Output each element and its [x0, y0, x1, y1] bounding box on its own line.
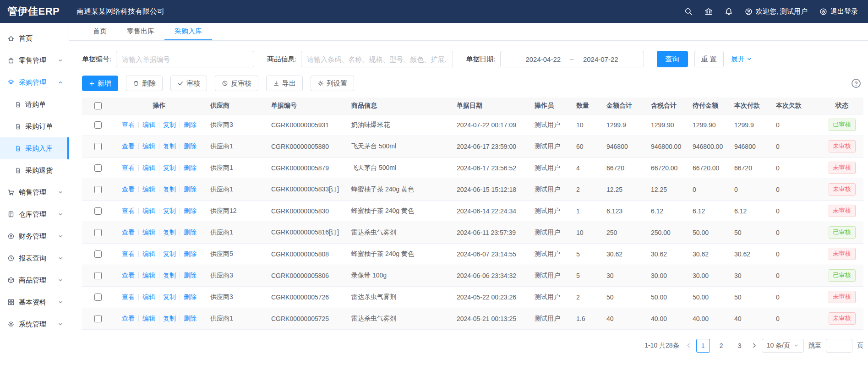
tab-retail-outbound[interactable]: 零售出库 [117, 23, 164, 40]
view-link[interactable]: 查看 [122, 293, 135, 300]
tab-home[interactable]: 首页 [83, 23, 117, 40]
expand-link[interactable]: 展开 [731, 55, 752, 64]
doc-no-input[interactable] [116, 51, 254, 67]
copy-link[interactable]: 复制 [163, 121, 176, 128]
row-checkbox[interactable] [94, 143, 102, 150]
edit-link[interactable]: 编辑 [142, 207, 155, 214]
view-link[interactable]: 查看 [122, 315, 135, 322]
copy-link[interactable]: 复制 [163, 250, 176, 257]
copy-link[interactable]: 复制 [163, 164, 176, 171]
row-checkbox[interactable] [94, 164, 102, 172]
row-checkbox[interactable] [94, 250, 102, 258]
copy-link[interactable]: 复制 [163, 315, 176, 322]
sidebar-item-warehouse[interactable]: 仓库管理 [0, 203, 69, 225]
view-link[interactable]: 查看 [122, 142, 135, 150]
delete-link[interactable]: 删除 [184, 121, 197, 128]
delete-link[interactable]: 删除 [184, 228, 197, 236]
sidebar-item-basic-data[interactable]: 基本资料 [0, 291, 69, 313]
delete-button[interactable]: 删除 [126, 76, 163, 91]
sidebar-item-purchase[interactable]: 采购管理 [0, 71, 69, 93]
edit-link[interactable]: 编辑 [142, 164, 155, 171]
edit-link[interactable]: 编辑 [142, 272, 155, 279]
unaudit-button[interactable]: 反审核 [215, 76, 258, 91]
sidebar-subitem-requisition[interactable]: 请购单 [0, 93, 69, 115]
row-checkbox[interactable] [94, 186, 102, 193]
delete-link[interactable]: 删除 [184, 164, 197, 171]
prev-page-icon[interactable] [686, 343, 692, 348]
bank-icon[interactable] [704, 7, 713, 16]
search-icon[interactable] [684, 7, 693, 16]
view-link[interactable]: 查看 [122, 207, 135, 214]
edit-link[interactable]: 编辑 [142, 142, 155, 150]
divider [180, 208, 180, 214]
date-to[interactable]: 2024-07-22 [583, 55, 618, 63]
page-size-select[interactable]: 10 条/页 [762, 339, 804, 353]
sidebar-subitem-purchase-inbound[interactable]: 采购入库 [0, 137, 69, 159]
view-link[interactable]: 查看 [122, 272, 135, 279]
row-checkbox[interactable] [94, 121, 102, 129]
copy-link[interactable]: 复制 [163, 293, 176, 300]
sidebar-item-retail[interactable]: 零售管理 [0, 49, 69, 71]
edit-link[interactable]: 编辑 [142, 293, 155, 300]
page-button-2[interactable]: 2 [715, 339, 728, 353]
sidebar-item-system[interactable]: 系统管理 [0, 313, 69, 335]
sidebar-subitem-purchase-order[interactable]: 采购订单 [0, 115, 69, 137]
logout-button[interactable]: 退出登录 [819, 7, 858, 16]
search-button[interactable]: 查询 [657, 51, 688, 67]
edit-link[interactable]: 编辑 [142, 250, 155, 257]
sidebar-subitem-purchase-return[interactable]: 采购退货 [0, 159, 69, 181]
copy-link[interactable]: 复制 [163, 207, 176, 214]
select-all-checkbox[interactable] [94, 102, 102, 109]
sidebar-item-products[interactable]: 商品管理 [0, 269, 69, 291]
date-range-picker[interactable]: 2024-04-22 ~ 2024-07-22 [500, 51, 644, 67]
product-info-input[interactable] [301, 51, 453, 67]
next-page-icon[interactable] [751, 343, 757, 348]
row-checkbox[interactable] [94, 229, 102, 236]
row-checkbox[interactable] [94, 315, 102, 322]
row-checkbox[interactable] [94, 272, 102, 279]
page-button-3[interactable]: 3 [733, 339, 747, 353]
delete-link[interactable]: 删除 [184, 207, 197, 214]
tab-purchase-inbound[interactable]: 采购入库 [164, 23, 212, 40]
delete-link[interactable]: 删除 [184, 142, 197, 150]
bell-icon[interactable] [725, 7, 733, 16]
page-button-1[interactable]: 1 [696, 339, 710, 353]
edit-link[interactable]: 编辑 [142, 185, 155, 193]
row-checkbox[interactable] [94, 207, 102, 215]
jump-page-input[interactable] [826, 339, 852, 353]
row-checkbox[interactable] [94, 294, 102, 301]
edit-link[interactable]: 编辑 [142, 315, 155, 322]
view-link[interactable]: 查看 [122, 228, 135, 236]
status-badge: 未审核 [829, 140, 856, 152]
sidebar-item-finance[interactable]: 财务管理 [0, 225, 69, 247]
sidebar-item-sales[interactable]: 销售管理 [0, 181, 69, 203]
delete-link[interactable]: 删除 [184, 293, 197, 300]
copy-link[interactable]: 复制 [163, 228, 176, 236]
delete-link[interactable]: 删除 [184, 250, 197, 257]
delete-link[interactable]: 删除 [184, 185, 197, 193]
reset-button[interactable]: 重 置 [694, 51, 724, 67]
delete-link[interactable]: 删除 [184, 315, 197, 322]
edit-link[interactable]: 编辑 [142, 121, 155, 128]
supplier-cell: 供应商1 [205, 222, 266, 243]
delete-link[interactable]: 删除 [184, 272, 197, 279]
sidebar-item-home[interactable]: 首页 [0, 27, 69, 49]
help-icon[interactable]: ? [852, 79, 861, 88]
view-link[interactable]: 查看 [122, 121, 135, 128]
view-link[interactable]: 查看 [122, 164, 135, 171]
view-link[interactable]: 查看 [122, 250, 135, 257]
copy-link[interactable]: 复制 [163, 185, 176, 193]
user-menu[interactable]: 欢迎您, 测试用户 [745, 7, 808, 16]
sidebar-item-reports[interactable]: 报表查询 [0, 247, 69, 269]
export-button[interactable]: 导出 [266, 76, 303, 91]
date-from[interactable]: 2024-04-22 [525, 55, 561, 63]
edit-link[interactable]: 编辑 [142, 228, 155, 236]
add-button[interactable]: 新增 [82, 76, 118, 91]
column-settings-button[interactable]: 列设置 [311, 76, 354, 91]
audit-button[interactable]: 审核 [170, 76, 207, 91]
view-link[interactable]: 查看 [122, 185, 135, 193]
divider [159, 251, 159, 257]
owed-cell: 0 [770, 222, 820, 243]
copy-link[interactable]: 复制 [163, 272, 176, 279]
copy-link[interactable]: 复制 [163, 142, 176, 150]
